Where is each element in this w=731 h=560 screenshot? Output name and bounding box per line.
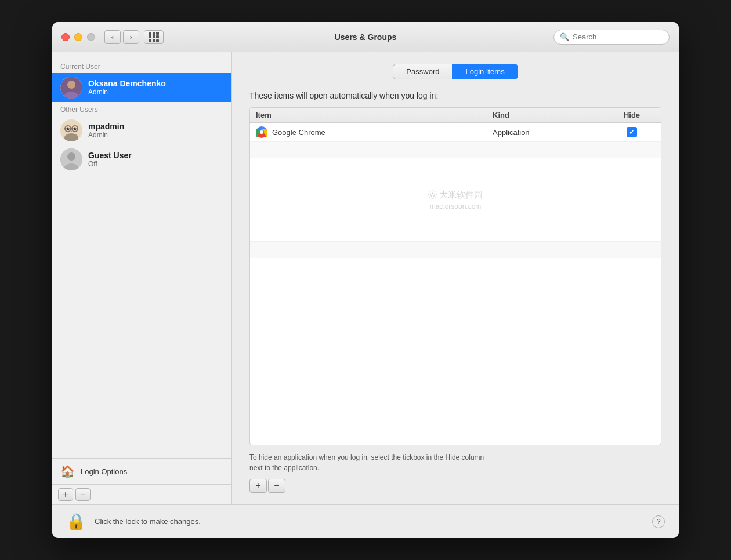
user-item-oksana[interactable]: Oksana Demchenko Admin <box>52 73 231 102</box>
search-box[interactable]: 🔍 <box>553 30 670 45</box>
sidebar: Current User Oksana Demchenko Admin <box>52 52 232 504</box>
footer-note: To hide an application when you log in, … <box>249 452 661 473</box>
house-icon: 🏠 <box>60 464 75 478</box>
table-row-empty-1 <box>250 142 661 158</box>
forward-button[interactable]: › <box>123 30 139 44</box>
back-button[interactable]: ‹ <box>104 30 121 44</box>
user-name-guest: Guest User <box>88 151 132 160</box>
lock-text: Click the lock to make changes. <box>95 517 201 526</box>
traffic-lights <box>61 33 95 41</box>
tab-login-items[interactable]: Login Items <box>452 64 518 79</box>
maximize-button[interactable] <box>87 33 95 41</box>
grid-view-button[interactable] <box>144 30 164 44</box>
user-role-oksana: Admin <box>88 88 166 96</box>
avatar-owl-svg <box>60 119 82 141</box>
window-title: Users & Groups <box>335 32 397 42</box>
table-header: Item Kind Hide <box>250 108 661 123</box>
table-row-empty-2 <box>250 158 661 174</box>
watermark: ⓦ 大米软件园mac.orsoon.com <box>256 178 655 222</box>
avatar-oksana-svg <box>60 77 82 99</box>
col-header-kind: Kind <box>493 111 609 119</box>
col-header-item: Item <box>256 111 493 119</box>
user-list: Current User Oksana Demchenko Admin <box>52 59 231 458</box>
col-header-hide: Hide <box>609 111 655 119</box>
avatar-oksana <box>60 77 82 99</box>
svg-point-9 <box>74 128 77 130</box>
tab-password[interactable]: Password <box>393 64 452 79</box>
user-info-mpadmin: mpadmin Admin <box>88 122 124 139</box>
table-row-empty-3 <box>250 226 661 242</box>
other-users-label: Other Users <box>52 102 231 116</box>
main-content: Current User Oksana Demchenko Admin <box>52 52 679 504</box>
svg-point-10 <box>68 128 69 129</box>
grid-icon <box>149 32 159 42</box>
user-role-mpadmin: Admin <box>88 131 124 139</box>
table-cell-item: Google Chrome <box>256 126 493 138</box>
sidebar-actions: + − <box>52 484 231 504</box>
item-name: Google Chrome <box>272 128 325 137</box>
hide-checkbox[interactable] <box>627 127 637 137</box>
table-cell-hide <box>609 127 655 137</box>
login-options-item[interactable]: 🏠 Login Options <box>52 459 231 484</box>
search-icon: 🔍 <box>560 32 569 41</box>
table-body: Google Chrome Application <box>250 123 661 258</box>
close-button[interactable] <box>61 33 70 41</box>
svg-point-11 <box>75 128 76 129</box>
remove-user-button[interactable]: − <box>75 488 91 501</box>
tab-bar: Password Login Items <box>249 64 661 79</box>
user-item-guest[interactable]: Guest User Off <box>52 145 231 174</box>
svg-point-1 <box>67 81 75 89</box>
user-name-mpadmin: mpadmin <box>88 122 124 131</box>
nav-buttons: ‹ › <box>104 30 139 44</box>
table-cell-kind: Application <box>493 128 609 137</box>
sidebar-bottom: 🏠 Login Options + − <box>52 458 231 504</box>
user-item-mpadmin[interactable]: mpadmin Admin <box>52 116 231 145</box>
user-name-oksana: Oksana Demchenko <box>88 79 166 88</box>
item-kind: Application <box>493 128 530 137</box>
chrome-icon <box>256 126 267 138</box>
minimize-button[interactable] <box>74 33 82 41</box>
main-window: ‹ › Users & Groups 🔍 Current User <box>52 22 679 538</box>
user-role-guest: Off <box>88 160 132 168</box>
avatar-guest <box>60 148 82 170</box>
bottom-bar: 🔒 Click the lock to make changes. ? <box>52 504 679 538</box>
table-actions: + − <box>249 479 661 493</box>
titlebar: ‹ › Users & Groups 🔍 <box>52 22 679 52</box>
help-button[interactable]: ? <box>652 515 665 528</box>
remove-item-button[interactable]: − <box>268 479 285 493</box>
table-row-empty-4 <box>250 242 661 258</box>
user-info-guest: Guest User Off <box>88 151 132 168</box>
search-input[interactable] <box>573 32 663 41</box>
avatar-mpadmin <box>60 119 82 141</box>
current-user-label: Current User <box>52 59 231 73</box>
table-row-watermark: ⓦ 大米软件园mac.orsoon.com <box>250 174 661 226</box>
svg-point-20 <box>260 130 263 134</box>
detail-pane: Password Login Items These items will op… <box>232 52 679 504</box>
user-info-oksana: Oksana Demchenko Admin <box>88 79 166 96</box>
avatar-guest-svg <box>60 148 82 170</box>
svg-point-8 <box>67 128 70 130</box>
auto-open-description: These items will open automatically when… <box>249 91 661 100</box>
add-user-button[interactable]: + <box>58 488 73 501</box>
table-row: Google Chrome Application <box>250 123 661 142</box>
login-options-label: Login Options <box>81 467 127 476</box>
add-item-button[interactable]: + <box>249 479 267 493</box>
login-items-table: Item Kind Hide <box>249 107 661 445</box>
lock-icon[interactable]: 🔒 <box>66 512 86 531</box>
svg-point-15 <box>67 152 75 161</box>
